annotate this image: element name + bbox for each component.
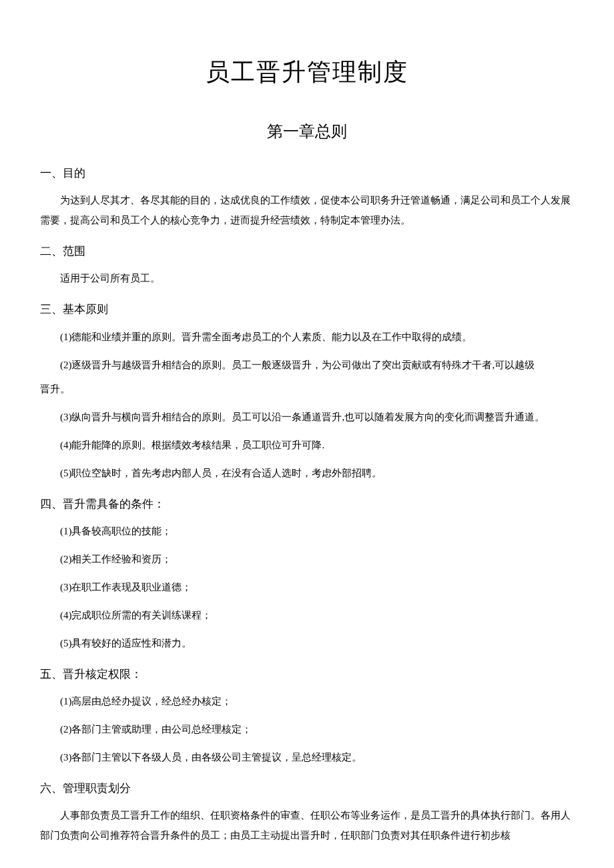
list-item: (5)职位空缺时，首先考虑内部人员，在没有合适人选时，考虑外部招聘。 [40, 463, 574, 483]
document-title: 员工晋升管理制度 [40, 53, 574, 92]
list-item: (4)能升能降的原则。根据绩效考核结果，员工职位可升可降. [40, 435, 574, 455]
list-item: (1)具备较高职位的技能； [40, 521, 574, 541]
section-scope: 二、范围 适用于公司所有员工。 [40, 242, 574, 288]
body-paragraph: 人事部负责员工晋升工作的组织、任职资格条件的审查、任职公布等业务运作，是员工晋升… [40, 805, 574, 845]
section-heading: 六、管理职责划分 [40, 779, 574, 797]
list-item-continuation: 晋升。 [40, 379, 574, 399]
section-responsibility: 六、管理职责划分 人事部负责员工晋升工作的组织、任职资格条件的审查、任职公布等业… [40, 779, 574, 845]
section-authority: 五、晋升核定权限： (1)高层由总经办提议，经总经办核定； (2)各部门主管或助… [40, 665, 574, 767]
section-heading: 三、基本原则 [40, 300, 574, 318]
list-item: (3)各部门主管以下各级人员，由各级公司主管提议，呈总经理核定。 [40, 747, 574, 767]
list-item: (3)在职工作表现及职业道德； [40, 577, 574, 597]
section-heading: 二、范围 [40, 242, 574, 260]
list-item: (4)完成职位所需的有关训练课程； [40, 605, 574, 625]
list-item: (3)纵向晋升与横向晋升相结合的原则。员工可以沿一条通道晋升,也可以随着发展方向… [40, 407, 574, 427]
list-item: (5)具有较好的适应性和潜力。 [40, 633, 574, 653]
section-conditions: 四、晋升需具备的条件： (1)具备较高职位的技能； (2)相关工作经验和资历； … [40, 495, 574, 653]
section-purpose: 一、目的 为达到人尽其才、各尽其能的目的，达成优良的工作绩效，促使本公司职务升迁… [40, 164, 574, 230]
chapter-title: 第一章总则 [40, 119, 574, 144]
list-item: (2)各部门主管或助理，由公司总经理核定； [40, 719, 574, 739]
body-paragraph: 适用于公司所有员工。 [40, 268, 574, 288]
list-item: (2)相关工作经验和资历； [40, 549, 574, 569]
section-heading: 四、晋升需具备的条件： [40, 495, 574, 513]
section-heading: 一、目的 [40, 164, 574, 182]
list-item: (2)逐级晋升与越级晋升相结合的原则。员工一般逐级晋升，为公司做出了突出贡献或有… [40, 355, 574, 375]
section-heading: 五、晋升核定权限： [40, 665, 574, 683]
list-item: (1)高层由总经办提议，经总经办核定； [40, 691, 574, 711]
body-paragraph: 为达到人尽其才、各尽其能的目的，达成优良的工作绩效，促使本公司职务升迁管道畅通，… [40, 190, 574, 230]
list-item: (1)德能和业绩并重的原则。晋升需全面考虑员工的个人素质、能力以及在工作中取得的… [40, 327, 574, 347]
section-principles: 三、基本原则 (1)德能和业绩并重的原则。晋升需全面考虑员工的个人素质、能力以及… [40, 300, 574, 482]
